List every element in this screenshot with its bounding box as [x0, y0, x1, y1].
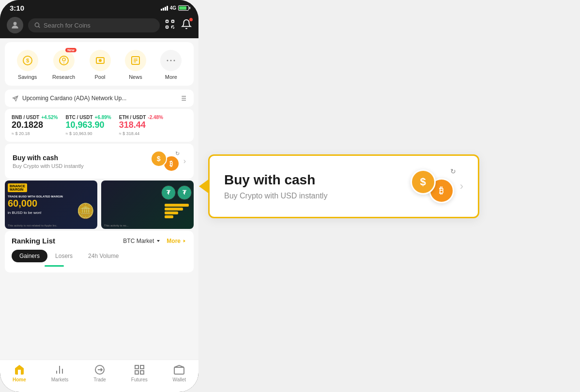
banner-ad-margin[interactable]: BINANCEMARGIN TRADE BUSD WITH ISOLATED M… — [5, 181, 97, 229]
avatar[interactable] — [7, 17, 23, 33]
btc-pair: BTC / USDT — [65, 115, 92, 120]
svg-rect-5 — [166, 26, 168, 29]
coins-icon: $ ₿ ↻ — [151, 151, 180, 172]
tab-losers[interactable]: Losers — [47, 250, 80, 262]
scan-icon[interactable] — [165, 19, 175, 31]
research-label: Research — [52, 74, 75, 80]
nav-item-home[interactable]: Home — [13, 364, 26, 382]
ranking-header: Ranking List BTC Market More — [12, 237, 187, 245]
chevron-right-icon: › — [183, 157, 186, 166]
search-placeholder: Search for Coins — [44, 22, 91, 29]
svg-point-0 — [14, 22, 17, 25]
eth-price: 318.44 — [119, 120, 163, 130]
ticker-bnb[interactable]: BNB / USDT +4.52% 20.1828 ≈ $ 20.18 — [12, 115, 58, 136]
stacked-bars — [165, 204, 189, 219]
popup-title: Buy with cash — [224, 172, 327, 188]
pool-icon — [90, 50, 111, 71]
status-time: 3:10 — [10, 4, 24, 12]
announcement-bar[interactable]: Upcoming Cardano (ADA) Network Up... — [5, 90, 194, 107]
svg-text:$: $ — [26, 58, 29, 63]
savings-icon: $ — [17, 50, 38, 71]
new-badge: New — [65, 48, 76, 52]
more-chevron-icon — [182, 239, 187, 243]
nav-item-futures[interactable]: Futures — [131, 364, 148, 382]
ticker-eth[interactable]: ETH / USDT -2.48% 318.44 ≈ $ 318.44 — [119, 115, 163, 136]
top-bar: Search for Coins — [0, 14, 198, 38]
nav-wallet-label: Wallet — [173, 377, 186, 382]
svg-point-19 — [167, 60, 168, 61]
bottom-nav: Home Markets Trade Futures — [0, 360, 198, 392]
research-icon: New — [53, 50, 75, 71]
popup-dollar-coin: $ — [411, 169, 436, 195]
ranking-more-btn[interactable]: More — [167, 238, 187, 244]
buy-cash-subtitle: Buy Crypto with USD instantly — [13, 163, 84, 169]
ticker-btc[interactable]: BTC / USDT +6.89% 10,963.90 ≈ $ 10,963.9… — [65, 115, 111, 136]
popup-arrow — [199, 179, 210, 194]
svg-marker-29 — [157, 240, 160, 242]
nav-item-wallet[interactable]: Wallet — [173, 364, 186, 382]
sidebar-item-savings[interactable]: $ Savings — [17, 50, 38, 80]
ranking-controls: BTC Market More — [123, 238, 187, 244]
bell-icon[interactable] — [181, 19, 192, 31]
nav-trade-label: Trade — [93, 377, 106, 382]
news-label: News — [129, 74, 142, 80]
ranking-market-selector[interactable]: BTC Market — [123, 238, 161, 244]
bnb-change: +4.52% — [41, 115, 58, 120]
eth-change: -2.48% — [148, 115, 163, 120]
sidebar-item-news[interactable]: News — [125, 50, 146, 80]
announcement-text: Upcoming Cardano (ADA) Network Up... — [12, 95, 126, 102]
sidebar-item-pool[interactable]: Pool — [90, 50, 111, 80]
tether-coins: ₮ ₮ — [161, 185, 192, 200]
trade-icon — [94, 364, 106, 376]
svg-rect-3 — [166, 20, 168, 23]
markets-icon — [54, 364, 65, 376]
ranking-section: Ranking List BTC Market More Gainers — [5, 231, 194, 272]
ranking-tabs: Gainers Losers 24h Volume — [12, 250, 187, 262]
tab-24h-volume[interactable]: 24h Volume — [80, 250, 126, 262]
announcement-content: Upcoming Cardano (ADA) Network Up... — [22, 95, 126, 102]
popup-refresh-icon: ↻ — [450, 167, 456, 175]
buy-cash-right: $ ₿ ↻ › — [151, 151, 186, 172]
banner-brand: BINANCEMARGIN — [8, 183, 27, 192]
search-bar[interactable]: Search for Coins — [28, 18, 160, 32]
banner-ad-tether[interactable]: ₮ ₮ This activity is no... — [101, 181, 194, 229]
svg-line-2 — [39, 27, 40, 28]
home-icon — [14, 364, 25, 376]
popup-card[interactable]: Buy with cash Buy Crypto with USD instan… — [208, 154, 479, 218]
nav-item-trade[interactable]: Trade — [93, 364, 106, 382]
refresh-icon: ↻ — [175, 151, 180, 157]
ranking-more-label: More — [167, 238, 181, 244]
buy-cash-card[interactable]: Buy with cash Buy Crypto with USD instan… — [5, 144, 194, 179]
tab-underline — [45, 265, 64, 267]
svg-rect-35 — [174, 367, 184, 374]
svg-rect-4 — [172, 20, 174, 23]
btc-price: 10,963.90 — [65, 120, 111, 130]
dropdown-icon — [156, 239, 161, 243]
dollar-coin: $ — [151, 151, 167, 167]
popup-subtitle: Buy Crypto with USD instantly — [224, 192, 327, 200]
sidebar-item-research[interactable]: New Research — [52, 50, 75, 80]
app-content: $ Savings New Research Pool — [0, 38, 198, 372]
ticker-row: BNB / USDT +4.52% 20.1828 ≈ $ 20.18 BTC … — [12, 115, 187, 136]
status-icons: 4G — [161, 5, 189, 11]
list-icon — [179, 94, 187, 102]
svg-point-12 — [62, 58, 65, 61]
sidebar-item-more[interactable]: More — [160, 50, 182, 80]
tab-volume-label: 24h Volume — [88, 253, 119, 259]
phone-shell: 3:10 4G Search for Coins — [0, 0, 198, 392]
btc-change: +6.89% — [95, 115, 111, 120]
tab-losers-label: Losers — [55, 253, 73, 259]
popup-chevron-icon: › — [460, 180, 463, 193]
savings-label: Savings — [18, 74, 37, 80]
eth-pair: ETH / USDT — [119, 115, 146, 120]
popup-coins: $ ₿ ↻ — [411, 169, 454, 203]
tab-gainers[interactable]: Gainers — [12, 250, 47, 262]
wallet-icon — [173, 364, 185, 376]
more-label: More — [165, 74, 177, 80]
nav-item-markets[interactable]: Markets — [51, 364, 69, 382]
news-icon — [125, 50, 146, 71]
bnb-usd: ≈ $ 20.18 — [12, 131, 58, 136]
svg-point-20 — [170, 60, 172, 61]
battery-icon — [178, 5, 189, 11]
futures-icon — [134, 364, 145, 376]
